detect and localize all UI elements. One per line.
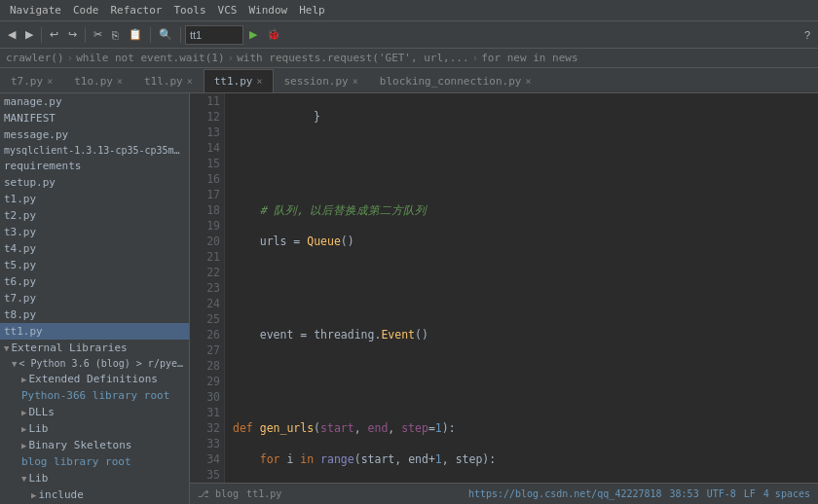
tab-sessionpy-close[interactable]: × [353,76,358,87]
linenum-25: 25 [194,311,220,327]
forward-btn[interactable]: ▶ [21,26,37,43]
menu-code[interactable]: Code [67,2,105,18]
code-line-21: def gen_urls(start, end, step=1): [233,420,818,436]
menu-navigate[interactable]: Navigate [4,2,67,18]
linenum-34: 34 [194,451,220,467]
sidebar-python366-root[interactable]: Python-366 library root [0,387,189,404]
linenum-30: 30 [194,389,220,405]
sidebar-manifest[interactable]: MANIFEST [0,110,189,126]
linenum-18: 18 [194,202,220,218]
sidebar-requirements[interactable]: requirements [0,158,189,174]
menu-vcs[interactable]: VCS [212,2,243,18]
sidebar-t1py[interactable]: t1.py [0,191,189,207]
status-link: https://blog.csdn.net/qq_42227818 [468,488,662,499]
sidebar-mysqlclient[interactable]: mysqlclient-1.3.13-cp35-cp35m-win_amd64.… [0,143,189,158]
breadcrumb-sep-1: › [67,52,74,64]
breadcrumb-for[interactable]: for new in news [481,52,577,64]
status-bar: ⎇ blog tt1.py https://blog.csdn.net/qq_4… [190,483,818,504]
code-editor: 11 12 13 14 15 16 17 18 19 20 21 22 23 2… [190,93,818,483]
status-position: 38:53 [670,488,699,499]
sidebar-extended-defs[interactable]: ▶Extended Definitions [0,371,189,387]
tab-t7py[interactable]: t7.py × [0,69,63,92]
sidebar-t7py[interactable]: t7.py [0,290,189,306]
back-btn[interactable]: ◀ [4,26,19,43]
run-config-input[interactable] [185,25,243,45]
sidebar-t3py[interactable]: t3.py [0,224,189,240]
sidebar-t2py[interactable]: t2.py [0,207,189,224]
breadcrumb-while[interactable]: while not event.wait(1) [76,52,224,64]
tab-t1lpy-label: t1l.py [144,75,183,88]
sidebar-external-libs[interactable]: ▼External Libraries [0,340,189,356]
breadcrumb-sep-3: › [472,52,479,64]
sidebar-blog-root[interactable]: blog library root [0,453,189,470]
undo-btn[interactable]: ↩ [46,26,62,43]
sidebar-message-py[interactable]: message.py [0,126,189,143]
tab-t1opy-close[interactable]: × [117,76,123,87]
linenum-14: 14 [194,140,220,156]
tab-blockingpy-close[interactable]: × [525,76,531,87]
tab-t7py-label: t7.py [11,75,43,88]
sidebar-setup-py[interactable]: setup.py [0,174,189,191]
breadcrumb-crawler[interactable]: crawler() [6,52,64,64]
code-line-13 [233,171,818,187]
sidebar-binary-skeletons[interactable]: ▶Binary Skeletons [0,437,189,453]
sidebar-include[interactable]: ▶include [0,486,189,503]
linenum-20: 20 [194,234,220,249]
breadcrumb-with[interactable]: with requests.request('GET', url,... [237,52,468,64]
tab-blockingpy[interactable]: blocking_connection.py × [369,69,542,92]
tab-t1lpy-close[interactable]: × [187,76,193,87]
linenum-17: 17 [194,187,220,202]
toolbar-sep-3 [150,27,151,43]
code-content[interactable]: } # 队列, 以后替换成第二方队列 urls = Queue() event … [225,93,818,483]
redo-btn[interactable]: ↪ [64,26,81,43]
debug-btn[interactable]: 🐞 [263,26,284,43]
menu-refactor[interactable]: Refactor [104,2,167,18]
menu-bar: Navigate Code Refactor Tools VCS Window … [0,0,818,21]
sidebar-t4py[interactable]: t4.py [0,240,189,257]
tab-sessionpy-label: session.py [284,75,349,88]
help-icon[interactable]: ? [800,27,814,43]
linenum-15: 15 [194,156,220,171]
tab-tt1py-close[interactable]: × [256,76,262,87]
find-btn[interactable]: 🔍 [155,26,176,43]
tab-t1opy[interactable]: t1o.py × [63,69,133,92]
linenum-12: 12 [194,109,220,125]
sidebar-tt1py[interactable]: tt1.py [0,323,189,340]
sidebar-t6py[interactable]: t6.py [0,273,189,290]
linenum-29: 29 [194,374,220,389]
breadcrumb-bar: crawler() › while not event.wait(1) › wi… [0,49,818,68]
copy-btn[interactable]: ⎘ [108,27,123,43]
sidebar-t8py[interactable]: t8.py [0,306,189,323]
sidebar-lib2[interactable]: ▼Lib [0,470,189,486]
status-right: https://blog.csdn.net/qq_42227818 38:53 … [468,488,810,499]
menu-help[interactable]: Help [293,2,331,18]
status-indent: 4 spaces [763,488,810,499]
toolbar-sep-1 [41,27,42,43]
tab-tt1py[interactable]: tt1.py × [204,69,274,92]
sidebar-manage-py[interactable]: manage.py [0,93,189,110]
code-line-20 [233,389,818,405]
tab-t1lpy[interactable]: t1l.py × [133,69,204,92]
sidebar-dlls[interactable]: ▶DLLs [0,404,189,420]
linenum-21: 21 [194,249,220,265]
sidebar-t5py[interactable]: t5.py [0,257,189,273]
menu-window[interactable]: Window [242,2,293,18]
tab-sessionpy[interactable]: session.py × [274,69,369,92]
paste-btn[interactable]: 📋 [125,26,146,43]
toolbar-sep-2 [85,27,86,43]
tab-tt1py-label: tt1.py [214,75,253,88]
status-file: tt1.py [246,488,281,499]
tab-t7py-close[interactable]: × [47,76,53,87]
editor-area: 11 12 13 14 15 16 17 18 19 20 21 22 23 2… [190,93,818,504]
sidebar-lib1[interactable]: ▶Lib [0,420,189,437]
code-line-14: # 队列, 以后替换成第二方队列 [233,202,818,218]
run-btn[interactable]: ▶ [245,26,261,43]
linenum-23: 23 [194,280,220,296]
code-line-11: } [233,109,818,125]
sidebar-python36[interactable]: ▼< Python 3.6 (blog) > r/pyenv/blog/Scri… [0,356,189,371]
status-git: ⎇ blog [198,488,239,499]
code-line-15: urls = Queue() [233,234,818,249]
linenum-13: 13 [194,125,220,140]
cut-btn[interactable]: ✂ [90,26,106,43]
menu-tools[interactable]: Tools [167,2,211,18]
